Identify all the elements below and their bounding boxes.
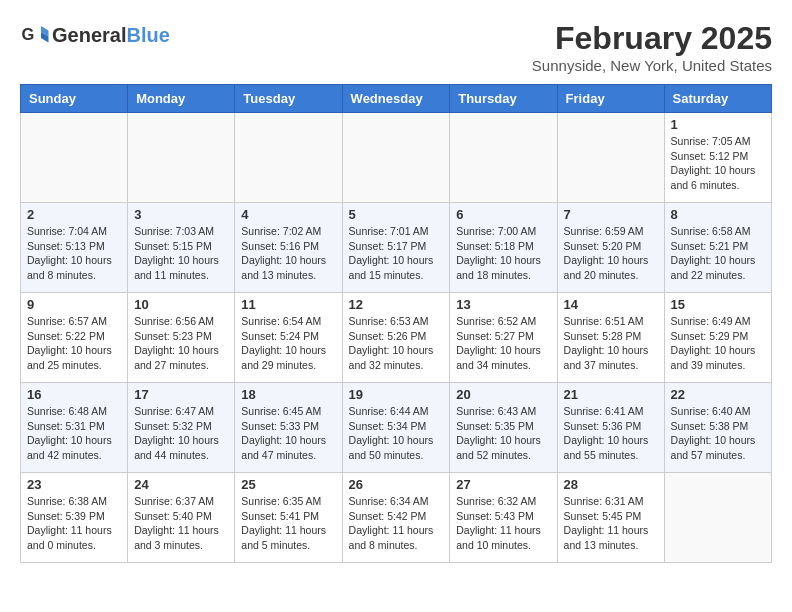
day-number: 26 bbox=[349, 477, 444, 492]
day-number: 13 bbox=[456, 297, 550, 312]
day-info: Sunrise: 6:32 AM Sunset: 5:43 PM Dayligh… bbox=[456, 494, 550, 553]
day-info: Sunrise: 7:04 AM Sunset: 5:13 PM Dayligh… bbox=[27, 224, 121, 283]
day-number: 18 bbox=[241, 387, 335, 402]
day-info: Sunrise: 6:58 AM Sunset: 5:21 PM Dayligh… bbox=[671, 224, 765, 283]
calendar-cell: 11Sunrise: 6:54 AM Sunset: 5:24 PM Dayli… bbox=[235, 293, 342, 383]
calendar-cell: 19Sunrise: 6:44 AM Sunset: 5:34 PM Dayli… bbox=[342, 383, 450, 473]
calendar-cell bbox=[450, 113, 557, 203]
logo-icon: G bbox=[20, 20, 50, 50]
day-info: Sunrise: 6:48 AM Sunset: 5:31 PM Dayligh… bbox=[27, 404, 121, 463]
calendar-title: February 2025 bbox=[532, 20, 772, 57]
day-number: 17 bbox=[134, 387, 228, 402]
weekday-header-thursday: Thursday bbox=[450, 85, 557, 113]
day-number: 28 bbox=[564, 477, 658, 492]
weekday-header-saturday: Saturday bbox=[664, 85, 771, 113]
day-info: Sunrise: 7:02 AM Sunset: 5:16 PM Dayligh… bbox=[241, 224, 335, 283]
calendar-week-1: 1Sunrise: 7:05 AM Sunset: 5:12 PM Daylig… bbox=[21, 113, 772, 203]
day-number: 9 bbox=[27, 297, 121, 312]
calendar-cell: 23Sunrise: 6:38 AM Sunset: 5:39 PM Dayli… bbox=[21, 473, 128, 563]
svg-text:G: G bbox=[22, 25, 35, 43]
weekday-header-sunday: Sunday bbox=[21, 85, 128, 113]
day-number: 22 bbox=[671, 387, 765, 402]
title-block: February 2025 Sunnyside, New York, Unite… bbox=[532, 20, 772, 74]
calendar-cell: 21Sunrise: 6:41 AM Sunset: 5:36 PM Dayli… bbox=[557, 383, 664, 473]
calendar-cell: 6Sunrise: 7:00 AM Sunset: 5:18 PM Daylig… bbox=[450, 203, 557, 293]
day-number: 23 bbox=[27, 477, 121, 492]
calendar-week-3: 9Sunrise: 6:57 AM Sunset: 5:22 PM Daylig… bbox=[21, 293, 772, 383]
day-number: 19 bbox=[349, 387, 444, 402]
day-number: 5 bbox=[349, 207, 444, 222]
day-number: 25 bbox=[241, 477, 335, 492]
day-info: Sunrise: 6:35 AM Sunset: 5:41 PM Dayligh… bbox=[241, 494, 335, 553]
day-info: Sunrise: 6:37 AM Sunset: 5:40 PM Dayligh… bbox=[134, 494, 228, 553]
day-number: 27 bbox=[456, 477, 550, 492]
day-info: Sunrise: 6:59 AM Sunset: 5:20 PM Dayligh… bbox=[564, 224, 658, 283]
calendar-cell: 9Sunrise: 6:57 AM Sunset: 5:22 PM Daylig… bbox=[21, 293, 128, 383]
calendar-cell: 8Sunrise: 6:58 AM Sunset: 5:21 PM Daylig… bbox=[664, 203, 771, 293]
day-number: 2 bbox=[27, 207, 121, 222]
weekday-header-wednesday: Wednesday bbox=[342, 85, 450, 113]
day-info: Sunrise: 6:43 AM Sunset: 5:35 PM Dayligh… bbox=[456, 404, 550, 463]
calendar-header-row: SundayMondayTuesdayWednesdayThursdayFrid… bbox=[21, 85, 772, 113]
weekday-header-friday: Friday bbox=[557, 85, 664, 113]
calendar-cell: 25Sunrise: 6:35 AM Sunset: 5:41 PM Dayli… bbox=[235, 473, 342, 563]
calendar-cell: 18Sunrise: 6:45 AM Sunset: 5:33 PM Dayli… bbox=[235, 383, 342, 473]
day-info: Sunrise: 6:44 AM Sunset: 5:34 PM Dayligh… bbox=[349, 404, 444, 463]
calendar-cell: 17Sunrise: 6:47 AM Sunset: 5:32 PM Dayli… bbox=[128, 383, 235, 473]
logo-text: GeneralBlue bbox=[52, 24, 170, 47]
calendar-cell: 13Sunrise: 6:52 AM Sunset: 5:27 PM Dayli… bbox=[450, 293, 557, 383]
calendar-cell bbox=[21, 113, 128, 203]
day-info: Sunrise: 6:34 AM Sunset: 5:42 PM Dayligh… bbox=[349, 494, 444, 553]
calendar-cell: 1Sunrise: 7:05 AM Sunset: 5:12 PM Daylig… bbox=[664, 113, 771, 203]
calendar-cell: 16Sunrise: 6:48 AM Sunset: 5:31 PM Dayli… bbox=[21, 383, 128, 473]
day-number: 16 bbox=[27, 387, 121, 402]
calendar-cell bbox=[235, 113, 342, 203]
day-info: Sunrise: 6:38 AM Sunset: 5:39 PM Dayligh… bbox=[27, 494, 121, 553]
day-number: 7 bbox=[564, 207, 658, 222]
day-info: Sunrise: 6:57 AM Sunset: 5:22 PM Dayligh… bbox=[27, 314, 121, 373]
day-info: Sunrise: 6:52 AM Sunset: 5:27 PM Dayligh… bbox=[456, 314, 550, 373]
day-info: Sunrise: 6:51 AM Sunset: 5:28 PM Dayligh… bbox=[564, 314, 658, 373]
calendar-cell: 10Sunrise: 6:56 AM Sunset: 5:23 PM Dayli… bbox=[128, 293, 235, 383]
day-number: 14 bbox=[564, 297, 658, 312]
calendar-week-4: 16Sunrise: 6:48 AM Sunset: 5:31 PM Dayli… bbox=[21, 383, 772, 473]
day-number: 6 bbox=[456, 207, 550, 222]
weekday-header-monday: Monday bbox=[128, 85, 235, 113]
day-number: 10 bbox=[134, 297, 228, 312]
day-number: 21 bbox=[564, 387, 658, 402]
day-info: Sunrise: 6:31 AM Sunset: 5:45 PM Dayligh… bbox=[564, 494, 658, 553]
calendar-cell bbox=[557, 113, 664, 203]
calendar-cell: 15Sunrise: 6:49 AM Sunset: 5:29 PM Dayli… bbox=[664, 293, 771, 383]
logo-general: General bbox=[52, 24, 126, 46]
day-number: 1 bbox=[671, 117, 765, 132]
day-info: Sunrise: 6:40 AM Sunset: 5:38 PM Dayligh… bbox=[671, 404, 765, 463]
day-number: 12 bbox=[349, 297, 444, 312]
calendar-cell: 12Sunrise: 6:53 AM Sunset: 5:26 PM Dayli… bbox=[342, 293, 450, 383]
calendar-cell: 3Sunrise: 7:03 AM Sunset: 5:15 PM Daylig… bbox=[128, 203, 235, 293]
calendar-cell bbox=[342, 113, 450, 203]
calendar-subtitle: Sunnyside, New York, United States bbox=[532, 57, 772, 74]
day-info: Sunrise: 6:56 AM Sunset: 5:23 PM Dayligh… bbox=[134, 314, 228, 373]
day-info: Sunrise: 6:45 AM Sunset: 5:33 PM Dayligh… bbox=[241, 404, 335, 463]
calendar-cell bbox=[664, 473, 771, 563]
page-header: G GeneralBlue February 2025 Sunnyside, N… bbox=[20, 20, 772, 74]
weekday-header-tuesday: Tuesday bbox=[235, 85, 342, 113]
day-info: Sunrise: 6:47 AM Sunset: 5:32 PM Dayligh… bbox=[134, 404, 228, 463]
calendar-cell: 4Sunrise: 7:02 AM Sunset: 5:16 PM Daylig… bbox=[235, 203, 342, 293]
day-info: Sunrise: 6:49 AM Sunset: 5:29 PM Dayligh… bbox=[671, 314, 765, 373]
calendar-cell: 27Sunrise: 6:32 AM Sunset: 5:43 PM Dayli… bbox=[450, 473, 557, 563]
day-info: Sunrise: 7:05 AM Sunset: 5:12 PM Dayligh… bbox=[671, 134, 765, 193]
calendar-table: SundayMondayTuesdayWednesdayThursdayFrid… bbox=[20, 84, 772, 563]
calendar-cell: 5Sunrise: 7:01 AM Sunset: 5:17 PM Daylig… bbox=[342, 203, 450, 293]
day-info: Sunrise: 7:00 AM Sunset: 5:18 PM Dayligh… bbox=[456, 224, 550, 283]
calendar-cell: 7Sunrise: 6:59 AM Sunset: 5:20 PM Daylig… bbox=[557, 203, 664, 293]
calendar-cell: 26Sunrise: 6:34 AM Sunset: 5:42 PM Dayli… bbox=[342, 473, 450, 563]
calendar-cell: 20Sunrise: 6:43 AM Sunset: 5:35 PM Dayli… bbox=[450, 383, 557, 473]
calendar-cell bbox=[128, 113, 235, 203]
day-info: Sunrise: 6:54 AM Sunset: 5:24 PM Dayligh… bbox=[241, 314, 335, 373]
day-number: 20 bbox=[456, 387, 550, 402]
day-info: Sunrise: 6:41 AM Sunset: 5:36 PM Dayligh… bbox=[564, 404, 658, 463]
calendar-cell: 2Sunrise: 7:04 AM Sunset: 5:13 PM Daylig… bbox=[21, 203, 128, 293]
calendar-cell: 24Sunrise: 6:37 AM Sunset: 5:40 PM Dayli… bbox=[128, 473, 235, 563]
calendar-cell: 22Sunrise: 6:40 AM Sunset: 5:38 PM Dayli… bbox=[664, 383, 771, 473]
